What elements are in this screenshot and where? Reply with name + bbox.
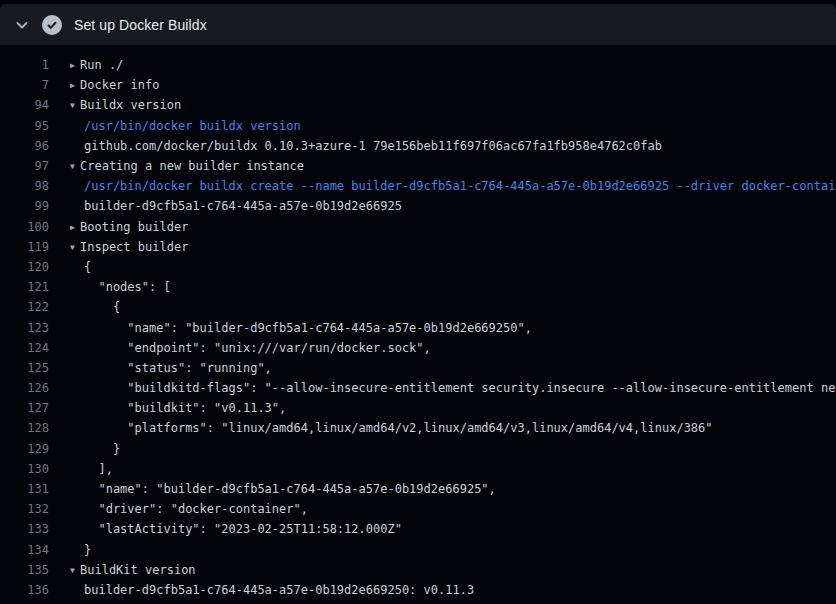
- log-line: 131 "name": "builder-d9cfb5a1-c764-445a-…: [0, 479, 836, 499]
- output-text: }: [49, 442, 836, 456]
- output-text: "buildkitd-flags": "--allow-insecure-ent…: [49, 381, 836, 395]
- group-expanded-icon[interactable]: ▼: [70, 162, 80, 171]
- line-number[interactable]: 122: [0, 300, 49, 314]
- log-line: 126 "buildkitd-flags": "--allow-insecure…: [0, 378, 836, 398]
- output-text: "name": "builder-d9cfb5a1-c764-445a-a57e…: [49, 321, 836, 335]
- line-number[interactable]: 133: [0, 522, 49, 536]
- output-text: "lastActivity": "2023-02-25T11:58:12.000…: [49, 522, 836, 536]
- line-number[interactable]: 126: [0, 381, 49, 395]
- line-number[interactable]: 99: [0, 199, 49, 213]
- group-row-body[interactable]: ▼Creating a new builder instance: [49, 159, 836, 173]
- log-line: 136builder-d9cfb5a1-c764-445a-a57e-0b19d…: [0, 580, 836, 600]
- log-line: 134}: [0, 540, 836, 560]
- log-line: 121 "nodes": [: [0, 277, 836, 297]
- group-row-body[interactable]: ▼Buildx version: [49, 98, 836, 112]
- log-line[interactable]: 100▶Booting builder: [0, 217, 836, 237]
- line-number[interactable]: 127: [0, 401, 49, 415]
- line-number[interactable]: 96: [0, 139, 49, 153]
- group-expanded-icon[interactable]: ▼: [70, 101, 80, 110]
- group-title: Inspect builder: [80, 240, 188, 254]
- output-text: ],: [49, 462, 836, 476]
- line-number[interactable]: 128: [0, 421, 49, 435]
- line-number[interactable]: 95: [0, 119, 49, 133]
- log-line: 125 "status": "running",: [0, 358, 836, 378]
- group-expanded-icon[interactable]: ▼: [70, 243, 80, 252]
- log-line: 122 {: [0, 297, 836, 317]
- line-number[interactable]: 125: [0, 361, 49, 375]
- group-row-body[interactable]: ▼BuildKit version: [49, 563, 836, 577]
- line-number[interactable]: 100: [0, 220, 49, 234]
- log-line: 133 "lastActivity": "2023-02-25T11:58:12…: [0, 519, 836, 539]
- command-text: /usr/bin/docker buildx create --name bui…: [49, 179, 836, 193]
- log-line: 124 "endpoint": "unix:///var/run/docker.…: [0, 338, 836, 358]
- line-number[interactable]: 132: [0, 502, 49, 516]
- log-line[interactable]: 94▼Buildx version: [0, 95, 836, 115]
- output-text: "endpoint": "unix:///var/run/docker.sock…: [49, 341, 836, 355]
- output-text: builder-d9cfb5a1-c764-445a-a57e-0b19d2e6…: [49, 583, 836, 597]
- log-line: 123 "name": "builder-d9cfb5a1-c764-445a-…: [0, 317, 836, 337]
- line-number[interactable]: 134: [0, 543, 49, 557]
- group-collapsed-icon[interactable]: ▶: [70, 61, 80, 70]
- line-number[interactable]: 1: [0, 58, 49, 72]
- log-line: 95/usr/bin/docker buildx version: [0, 116, 836, 136]
- output-text: }: [49, 543, 836, 557]
- group-row-body[interactable]: ▼Inspect builder: [49, 240, 836, 254]
- group-title: Buildx version: [80, 98, 181, 112]
- line-number[interactable]: 120: [0, 260, 49, 274]
- group-title: Creating a new builder instance: [80, 159, 304, 173]
- group-expanded-icon[interactable]: ▼: [70, 566, 80, 575]
- line-number[interactable]: 129: [0, 442, 49, 456]
- output-text: builder-d9cfb5a1-c764-445a-a57e-0b19d2e6…: [49, 199, 836, 213]
- output-text: "status": "running",: [49, 361, 836, 375]
- log-line[interactable]: 1▶Run ./: [0, 55, 836, 75]
- group-row-body[interactable]: ▶Docker info: [49, 78, 836, 92]
- output-text: "buildkit": "v0.11.3",: [49, 401, 836, 415]
- line-number[interactable]: 121: [0, 280, 49, 294]
- group-row-body[interactable]: ▶Booting builder: [49, 220, 836, 234]
- group-title: Docker info: [80, 78, 159, 92]
- log-line: 132 "driver": "docker-container",: [0, 499, 836, 519]
- log-line: 120{: [0, 257, 836, 277]
- group-title: Booting builder: [80, 220, 188, 234]
- log-line[interactable]: 135▼BuildKit version: [0, 560, 836, 580]
- log-line: 128 "platforms": "linux/amd64,linux/amd6…: [0, 418, 836, 438]
- line-number[interactable]: 119: [0, 240, 49, 254]
- group-title: Run ./: [80, 58, 123, 72]
- check-circle-icon: [42, 15, 62, 35]
- line-number[interactable]: 97: [0, 159, 49, 173]
- output-text: "driver": "docker-container",: [49, 502, 836, 516]
- command-text: /usr/bin/docker buildx version: [49, 119, 836, 133]
- line-number[interactable]: 135: [0, 563, 49, 577]
- line-number[interactable]: 131: [0, 482, 49, 496]
- line-number[interactable]: 94: [0, 98, 49, 112]
- log-lines: 1▶Run ./7▶Docker info94▼Buildx version95…: [0, 45, 836, 600]
- chevron-down-icon[interactable]: [14, 17, 30, 33]
- log-line: 99builder-d9cfb5a1-c764-445a-a57e-0b19d2…: [0, 196, 836, 216]
- line-number[interactable]: 130: [0, 462, 49, 476]
- group-row-body[interactable]: ▶Run ./: [49, 58, 836, 72]
- line-number[interactable]: 98: [0, 179, 49, 193]
- line-number[interactable]: 136: [0, 583, 49, 597]
- output-text: {: [49, 300, 836, 314]
- output-text: github.com/docker/buildx 0.10.3+azure-1 …: [49, 139, 836, 153]
- line-number[interactable]: 123: [0, 321, 49, 335]
- log-line: 130 ],: [0, 459, 836, 479]
- group-collapsed-icon[interactable]: ▶: [70, 223, 80, 232]
- group-collapsed-icon[interactable]: ▶: [70, 81, 80, 90]
- step-title: Set up Docker Buildx: [74, 17, 207, 33]
- log-line: 129 }: [0, 439, 836, 459]
- log-line: 98/usr/bin/docker buildx create --name b…: [0, 176, 836, 196]
- line-number[interactable]: 7: [0, 78, 49, 92]
- log-line[interactable]: 119▼Inspect builder: [0, 237, 836, 257]
- group-title: BuildKit version: [80, 563, 196, 577]
- line-number[interactable]: 124: [0, 341, 49, 355]
- log-line[interactable]: 97▼Creating a new builder instance: [0, 156, 836, 176]
- log-line: 96github.com/docker/buildx 0.10.3+azure-…: [0, 136, 836, 156]
- output-text: "name": "builder-d9cfb5a1-c764-445a-a57e…: [49, 482, 836, 496]
- output-text: "platforms": "linux/amd64,linux/amd64/v2…: [49, 421, 836, 435]
- output-text: "nodes": [: [49, 280, 836, 294]
- log-line[interactable]: 7▶Docker info: [0, 75, 836, 95]
- output-text: {: [49, 260, 836, 274]
- step-header[interactable]: Set up Docker Buildx: [0, 4, 836, 45]
- log-line: 127 "buildkit": "v0.11.3",: [0, 398, 836, 418]
